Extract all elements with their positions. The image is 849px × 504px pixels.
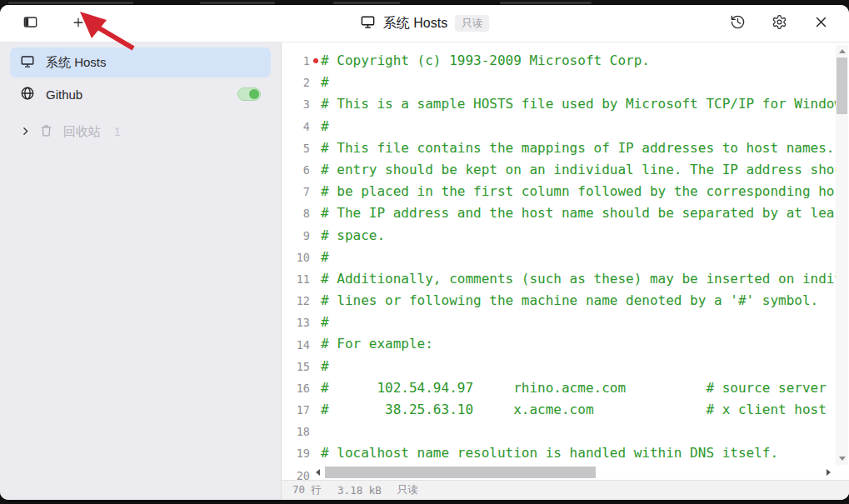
line-number: 19 — [282, 447, 310, 460]
background-artifact — [8, 2, 133, 4]
titlebar[interactable]: 系统 Hosts 只读 — [0, 5, 849, 42]
line-number: 4 — [282, 120, 310, 133]
window-body: 系统 Hosts Github — [0, 42, 849, 500]
editor-line[interactable]: 13# — [282, 312, 836, 333]
hosts-enabled-toggle[interactable] — [237, 87, 261, 101]
titlebar-left-actions — [20, 13, 88, 33]
add-hosts-button[interactable] — [68, 13, 88, 33]
editor-line[interactable]: 1# Copyright (c) 1993-2009 Microsoft Cor… — [282, 50, 836, 72]
code-text: # For example: — [321, 333, 433, 355]
trash-count-badge: 1 — [114, 125, 121, 138]
code-text: # — [321, 356, 329, 377]
hosts-editor[interactable]: 1# Copyright (c) 1993-2009 Microsoft Cor… — [282, 42, 849, 480]
close-button[interactable] — [811, 13, 831, 33]
line-number: 10 — [282, 251, 310, 264]
line-number: 2 — [282, 76, 310, 89]
titlebar-right-actions — [727, 13, 831, 33]
editor-line[interactable]: 9# space. — [282, 225, 836, 247]
editor-line[interactable]: 14# For example: — [282, 333, 836, 355]
line-number: 9 — [282, 229, 310, 242]
history-icon — [730, 14, 746, 32]
statusbar-readonly: 只读 — [397, 483, 418, 497]
line-number: 18 — [282, 425, 310, 438]
editor-line[interactable]: 17# 38.25.63.10 x.acme.com # x client ho… — [282, 399, 836, 421]
red-dot-icon — [313, 58, 318, 63]
editor-line[interactable]: 4# — [282, 116, 836, 137]
chevron-right-icon[interactable] — [20, 125, 31, 139]
toggle-knob — [249, 89, 259, 99]
line-number: 3 — [282, 97, 310, 111]
line-number: 20 — [282, 469, 310, 480]
editor-line[interactable]: 2# — [282, 72, 836, 93]
code-text: # — [321, 72, 329, 93]
code-text: # 102.54.94.97 rhino.acme.com # source s… — [321, 377, 827, 399]
readonly-badge: 只读 — [455, 15, 489, 32]
toggle-sidebar-button[interactable] — [20, 13, 40, 33]
code-text: # entry should be kept on an individual … — [321, 159, 836, 181]
code-text: # Copyright (c) 1993-2009 Microsoft Corp… — [321, 50, 650, 72]
editor-line[interactable]: 7# be placed in the first column followe… — [282, 181, 836, 202]
statusbar: 70 行 3.18 kB 只读 — [282, 480, 849, 500]
editor-line[interactable]: 18 — [282, 421, 836, 442]
background-artifact — [500, 2, 592, 4]
line-number: 14 — [282, 338, 310, 352]
vertical-scrollbar-thumb[interactable] — [837, 57, 847, 114]
close-icon — [814, 15, 828, 32]
sidebar-item-label: 系统 Hosts — [46, 55, 107, 71]
editor-line[interactable]: 6# entry should be kept on an individual… — [282, 159, 836, 181]
scroll-up-arrow[interactable] — [836, 45, 848, 57]
history-button[interactable] — [727, 13, 747, 33]
scroll-down-arrow[interactable] — [836, 452, 848, 465]
code-text: # lines or following the machine name de… — [321, 290, 818, 312]
code-text: # — [321, 116, 329, 137]
code-text: # This is a sample HOSTS file used by Mi… — [321, 93, 836, 115]
horizontal-scrollbar[interactable] — [312, 466, 834, 479]
page-title: 系统 Hosts — [383, 15, 447, 32]
editor-line[interactable]: 5# This file contains the mappings of IP… — [282, 137, 836, 159]
sidebar-item-label: Github — [46, 87, 82, 102]
editor-line[interactable]: 15# — [282, 356, 836, 377]
globe-icon — [20, 86, 35, 103]
monitor-icon — [20, 54, 35, 72]
line-number: 17 — [282, 403, 310, 417]
code-text: # be placed in the first column followed… — [321, 181, 836, 202]
code-text: # This file contains the mappings of IP … — [321, 137, 836, 159]
line-number: 7 — [282, 185, 310, 198]
line-number: 5 — [282, 142, 310, 155]
code-text: # localhost name resolution is handled w… — [321, 442, 778, 464]
editor-line[interactable]: 3# This is a sample HOSTS file used by M… — [282, 93, 836, 115]
sidebar-item-system-hosts[interactable]: 系统 Hosts — [10, 47, 271, 77]
line-number: 12 — [282, 294, 310, 307]
line-number: 6 — [282, 163, 310, 177]
statusbar-file-size: 3.18 kB — [337, 484, 382, 497]
code-text: # space. — [321, 225, 385, 247]
editor-line[interactable]: 8# The IP address and the host name shou… — [282, 202, 836, 224]
editor-line[interactable]: 16# 102.54.94.97 rhino.acme.com # source… — [282, 377, 836, 399]
sidebar-item-github[interactable]: Github — [10, 79, 271, 109]
titlebar-title-group: 系统 Hosts 只读 — [360, 14, 489, 33]
plus-icon — [72, 16, 85, 32]
vertical-scrollbar[interactable] — [836, 45, 848, 465]
line-number: 15 — [282, 360, 310, 373]
editor-line[interactable]: 19# localhost name resolution is handled… — [282, 442, 836, 464]
monitor-icon — [360, 14, 376, 33]
panel-toggle-icon — [22, 14, 38, 32]
editor-line[interactable]: 10# — [282, 247, 836, 268]
editor-line[interactable]: 11# Additionally, comments (such as thes… — [282, 268, 836, 290]
background-artifact — [200, 2, 275, 4]
main-panel: 1# Copyright (c) 1993-2009 Microsoft Cor… — [282, 42, 849, 500]
sidebar: 系统 Hosts Github — [0, 42, 282, 500]
modified-line-marker — [310, 58, 321, 63]
line-number: 11 — [282, 272, 310, 286]
scroll-right-arrow[interactable] — [822, 466, 834, 479]
background-artifact — [333, 2, 400, 4]
editor-line[interactable]: 12# lines or following the machine name … — [282, 290, 836, 312]
settings-button[interactable] — [769, 13, 789, 33]
trash-icon — [39, 123, 53, 140]
horizontal-scrollbar-thumb[interactable] — [325, 467, 596, 478]
sidebar-item-trash[interactable]: 回收站 1 — [10, 117, 271, 147]
gear-icon — [772, 14, 787, 32]
line-number: 8 — [282, 207, 310, 220]
code-text: # — [321, 247, 329, 268]
scroll-left-arrow[interactable] — [312, 466, 323, 479]
